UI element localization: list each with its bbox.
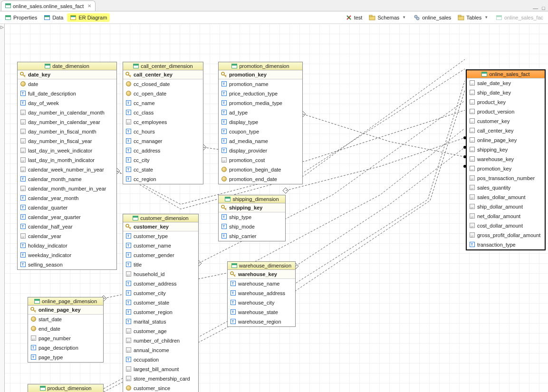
column-label: calendar_week_number_in_year	[28, 167, 104, 172]
entity-shipping_dimension[interactable]: shipping_dimensionshipping_keyTship_type…	[218, 195, 286, 241]
key-icon	[125, 71, 132, 78]
entity-warehouse_dimension[interactable]: warehouse_dimensionwarehouse_keyTwarehou…	[227, 261, 296, 327]
table-column: Tholiday_indicator	[18, 241, 116, 250]
er-diagram-icon	[70, 14, 77, 21]
entity-title: shipping_dimension	[219, 195, 285, 203]
table-column: customer_age	[123, 326, 198, 336]
entity-title-label: date_dimension	[52, 63, 89, 69]
tab-properties[interactable]: Properties	[2, 13, 40, 22]
column-label: day_number_in_calendar_month	[28, 110, 105, 115]
svg-point-3	[416, 17, 419, 20]
table-icon	[5, 3, 11, 9]
column-label: coupon_type	[229, 129, 259, 134]
diagram-canvas[interactable]: date_dimensiondate_keydateTfull_date_des…	[0, 24, 548, 392]
table-column: Tcc_address	[123, 146, 203, 155]
table-column: Tpage_type	[28, 353, 103, 362]
column-label: last_day_in_week_indicator	[28, 148, 92, 153]
entity-date_dimension[interactable]: date_dimensiondate_keydateTfull_date_des…	[17, 62, 117, 270]
column-label: cc_city	[134, 157, 150, 163]
key-icon	[30, 306, 37, 313]
table-column: calendar_month_number_in_year	[18, 184, 116, 193]
entity-call_center_dimension[interactable]: call_center_dimensioncall_center_keycc_c…	[123, 62, 203, 184]
table-column: gross_profit_dollar_amount	[467, 230, 545, 240]
entity-online_page_dimension[interactable]: online_page_dimensiononline_page_keystar…	[28, 297, 104, 363]
column-label: ad_media_name	[229, 138, 268, 144]
breadcrumb-schema-label: online_sales	[422, 15, 451, 20]
table-icon	[231, 263, 237, 268]
column-label: warehouse_state	[238, 309, 278, 315]
entity-product_dimension[interactable]: product_dimensionproduct_keyproduct_vers…	[28, 384, 104, 392]
column-label: cc_name	[134, 100, 155, 106]
column-label: online_page_key	[38, 307, 81, 313]
column-label: shipping_key	[477, 147, 508, 153]
table-column: start_date	[28, 315, 103, 324]
chevron-down-icon[interactable]: ▼	[401, 15, 407, 19]
column-label: sales_quantity	[477, 185, 510, 191]
entity-title: customer_dimension	[123, 214, 198, 222]
primary-key-column: promotion_key	[219, 70, 302, 79]
column-list: cc_closed_datecc_open_dateTcc_nameTcc_cl…	[123, 79, 203, 184]
column-label: cc_hours	[134, 129, 155, 134]
table-column: Tcc_manager	[123, 136, 203, 146]
table-column: Tcc_region	[123, 174, 203, 184]
table-column: Tselling_season	[18, 260, 116, 269]
entity-title-label: online_sales_fact	[489, 71, 529, 77]
entity-customer_dimension[interactable]: customer_dimensioncustomer_keyTcustomer_…	[123, 214, 199, 392]
key-icon	[221, 204, 227, 211]
table-column: net_dollar_amount	[467, 211, 545, 221]
breadcrumb-schema[interactable]: online_sales	[411, 13, 454, 22]
column-label: warehouse_address	[238, 290, 285, 296]
tab-data-label: Data	[52, 15, 63, 20]
column-label: pos_transaction_number	[477, 175, 535, 181]
breadcrumb-table[interactable]: online_sales_fac	[493, 13, 546, 22]
window-controls: — □	[533, 5, 548, 11]
table-column: pos_transaction_number	[467, 173, 545, 183]
column-label: cc_employees	[134, 119, 167, 125]
chevron-down-icon[interactable]: ▼	[483, 15, 489, 19]
table-column: Tcalendar_year_month	[18, 193, 116, 203]
column-label: customer_age	[134, 328, 167, 334]
table-column: Tdisplay_type	[219, 117, 302, 127]
table-icon	[225, 197, 231, 201]
breadcrumb-schemas[interactable]: Schemas ▼	[366, 13, 410, 22]
table-column: Tcc_hours	[123, 127, 203, 136]
table-icon	[45, 64, 50, 68]
minimize-button[interactable]: —	[533, 5, 538, 11]
column-label: online_page_key	[477, 137, 517, 143]
table-column: store_membership_card	[123, 374, 198, 383]
table-column: day_number_in_fiscal_month	[18, 127, 116, 136]
tab-data[interactable]: Data	[41, 13, 66, 22]
table-column: Ttitle	[123, 260, 198, 269]
column-label: warehouse_city	[238, 300, 274, 306]
column-label: sales_dollar_amount	[477, 194, 526, 200]
entity-promotion_dimension[interactable]: promotion_dimensionpromotion_keyTpromoti…	[218, 62, 303, 184]
table-column: household_id	[123, 269, 198, 279]
column-label: ship_type	[229, 214, 251, 220]
svg-rect-1	[369, 15, 372, 17]
table-column: Tcc_state	[123, 165, 203, 174]
entity-title: promotion_dimension	[219, 62, 302, 70]
entity-title-label: customer_dimension	[140, 215, 189, 221]
breadcrumb-tables[interactable]: Tables ▼	[455, 13, 492, 22]
table-column: Tpromotion_name	[219, 79, 302, 89]
svg-marker-13	[283, 188, 288, 193]
breadcrumb-connection[interactable]: test	[343, 13, 365, 22]
editor-tab[interactable]: online_sales.online_sales_fact ✕	[1, 0, 96, 11]
column-label: customer_key	[134, 224, 169, 229]
table-column: promotion_cost	[219, 155, 302, 165]
tab-er-diagram[interactable]: ER Diagram	[67, 13, 110, 22]
editor-tab-label: online_sales.online_sales_fact	[13, 3, 84, 9]
column-label: calendar_month_name	[28, 176, 82, 182]
table-column: cost_dollar_amount	[467, 221, 545, 230]
table-column: calendar_year	[18, 231, 116, 241]
maximize-button[interactable]: □	[542, 5, 545, 11]
table-icon	[133, 64, 139, 68]
ruler-handle[interactable]: ▷	[0, 24, 5, 392]
column-label: household_id	[134, 271, 164, 277]
table-column: promotion_key	[467, 164, 545, 173]
entity-online_sales_fact[interactable]: online_sales_factsale_date_keyship_date_…	[466, 69, 546, 250]
column-label: promotion_end_date	[229, 176, 277, 182]
close-icon[interactable]: ✕	[87, 3, 91, 9]
table-column: Tcustomer_city	[123, 288, 198, 298]
table-icon	[481, 72, 487, 76]
